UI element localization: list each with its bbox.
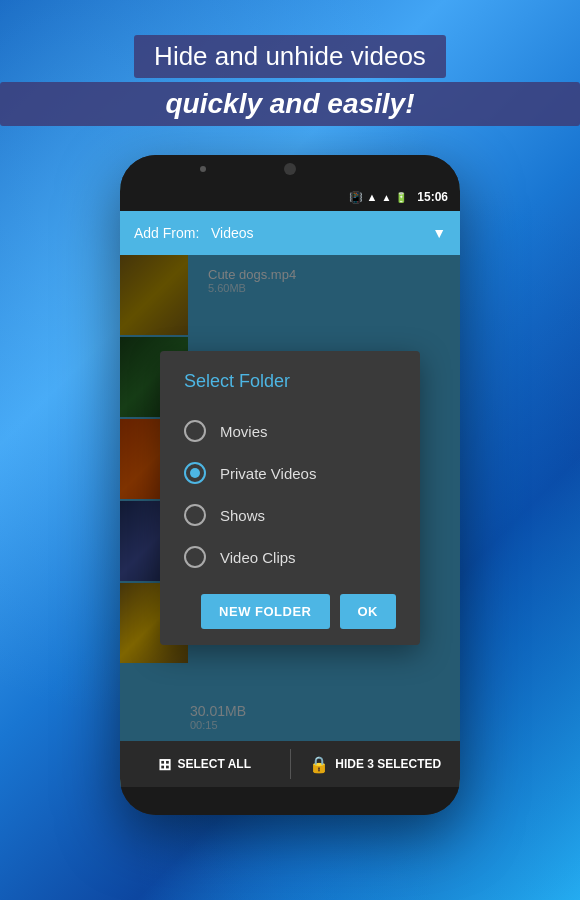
- battery-icon: 🔋: [395, 192, 407, 203]
- select-all-button[interactable]: ⊞ SELECT ALL: [120, 741, 290, 787]
- radio-video-clips[interactable]: Video Clips: [184, 536, 396, 578]
- radio-shows[interactable]: Shows: [184, 494, 396, 536]
- header-section: Hide and unhide videos quickly and easil…: [0, 35, 580, 126]
- radio-movies[interactable]: Movies: [184, 410, 396, 452]
- hide-label: HIDE 3 SELECTED: [335, 757, 441, 771]
- toolbar[interactable]: Add From: Videos ▼: [120, 211, 460, 255]
- header-line1: Hide and unhide videos: [134, 35, 446, 78]
- phone-device: 📳 ▲ ▲ 🔋 15:06 Add From: Videos ▼: [120, 155, 460, 815]
- bottom-action-bar: ⊞ SELECT ALL 🔒 HIDE 3 SELECTED: [120, 741, 460, 787]
- phone-camera: [284, 163, 296, 175]
- select-all-icon: ⊞: [158, 755, 171, 774]
- hide-selected-button[interactable]: 🔒 HIDE 3 SELECTED: [291, 741, 461, 787]
- toolbar-value: Videos: [211, 225, 254, 241]
- toolbar-prefix: Add From:: [134, 225, 199, 241]
- ok-button[interactable]: OK: [340, 594, 397, 629]
- phone-speaker: [200, 166, 206, 172]
- select-folder-dialog: Select Folder Movies Private Videos: [160, 351, 420, 645]
- radio-circle-movies: [184, 420, 206, 442]
- radio-circle-video-clips: [184, 546, 206, 568]
- radio-private-videos[interactable]: Private Videos: [184, 452, 396, 494]
- phone-bottom-bar: [120, 787, 460, 815]
- toolbar-dropdown-icon[interactable]: ▼: [432, 225, 446, 241]
- radio-circle-private-videos: [184, 462, 206, 484]
- dialog-actions: NEW FOLDER OK: [184, 594, 396, 629]
- status-icons: 📳 ▲ ▲ 🔋: [349, 191, 408, 204]
- phone-top-bar: [120, 155, 460, 183]
- dialog-overlay: Select Folder Movies Private Videos: [120, 255, 460, 741]
- radio-inner-private-videos: [190, 468, 200, 478]
- hide-icon: 🔒: [309, 755, 329, 774]
- vibrate-icon: 📳: [349, 191, 363, 204]
- phone-screen: 📳 ▲ ▲ 🔋 15:06 Add From: Videos ▼: [120, 183, 460, 787]
- radio-circle-shows: [184, 504, 206, 526]
- radio-label-shows: Shows: [220, 507, 265, 524]
- status-time: 15:06: [417, 190, 448, 204]
- select-all-label: SELECT ALL: [177, 757, 251, 771]
- header-line2: quickly and easily!: [0, 82, 580, 126]
- new-folder-button[interactable]: NEW FOLDER: [201, 594, 329, 629]
- toolbar-title: Add From: Videos: [134, 225, 254, 241]
- wifi-icon: ▲: [367, 191, 378, 203]
- status-bar: 📳 ▲ ▲ 🔋 15:06: [120, 183, 460, 211]
- network-icon: ▲: [381, 192, 391, 203]
- dialog-title: Select Folder: [184, 371, 396, 392]
- radio-label-movies: Movies: [220, 423, 268, 440]
- radio-label-video-clips: Video Clips: [220, 549, 296, 566]
- radio-label-private-videos: Private Videos: [220, 465, 316, 482]
